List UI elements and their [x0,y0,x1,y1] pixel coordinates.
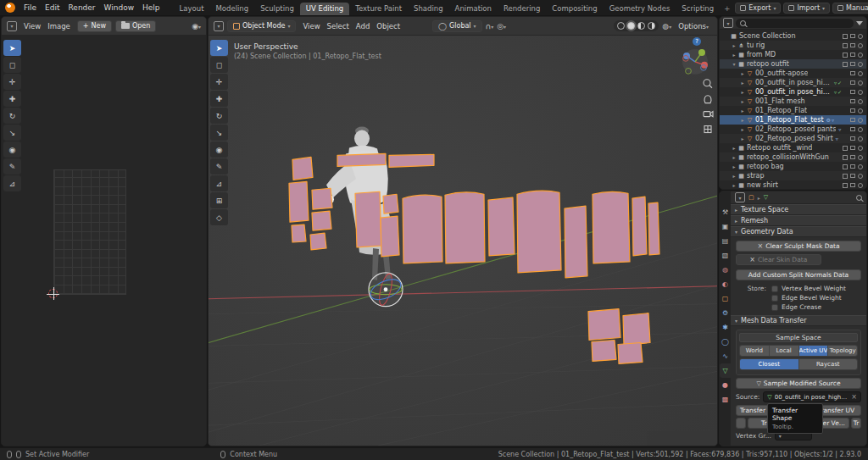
menu-item[interactable]: Image [44,22,74,30]
outliner-search-input[interactable] [736,19,854,28]
disclosure-arrow-icon[interactable]: ▸ [739,108,746,114]
render-visibility-icon[interactable] [858,136,863,141]
workspace-tab[interactable]: UV Editing [300,3,349,15]
workspace-tab[interactable]: Sculpting [254,3,300,15]
segment-option[interactable]: Local [770,346,799,356]
tool-button[interactable]: ↻ [210,108,228,124]
properties-tab[interactable]: ∿ [720,349,731,363]
store-option[interactable]: Vertex Bevel Weight [771,284,861,293]
uv-editor-canvas[interactable]: ➤◻✛✚↻↘◉✎⊿ [2,36,206,446]
new-image-button[interactable]: New [77,20,112,32]
viewport-visibility-icon[interactable] [850,146,855,150]
render-visibility-icon[interactable] [858,183,863,188]
viewport-canvas[interactable]: ? [209,36,717,446]
tool-button[interactable]: ↻ [3,108,21,124]
tool-button[interactable]: ⊿ [3,175,21,191]
tool-button[interactable]: ◻ [210,57,228,73]
render-visibility-icon[interactable] [858,146,863,151]
viewport-visibility-icon[interactable] [850,71,855,75]
navigation-gizmo[interactable] [682,49,708,75]
menu-item[interactable]: Select [324,22,353,30]
disclosure-arrow-icon[interactable]: ▾ [731,61,737,67]
selectable-checkbox-icon[interactable] [843,53,848,58]
viewport-visibility-icon[interactable] [850,183,855,187]
menu-item[interactable]: Edit [41,0,64,15]
tool-button[interactable]: ◉ [3,141,21,158]
viewport-visibility-icon[interactable] [850,53,855,57]
topbar-action-button[interactable]: Import [783,3,830,14]
add-custom-split-normals-button[interactable]: Add Custom Split Normals Data [736,269,861,280]
disclosure-arrow-icon[interactable]: ▸ [731,52,737,58]
viewport-visibility-icon[interactable] [850,108,855,113]
menu-item[interactable]: View [20,22,44,30]
outliner-row[interactable]: ▸ ▽ 01_Retopo_Flat [720,106,866,115]
sample-modified-source-button[interactable]: Sample Modified Source [736,378,861,389]
options-menu[interactable]: Options [675,22,712,30]
workspace-tab[interactable]: Shading [408,3,449,15]
workspace-tab[interactable]: Scripting [676,3,720,15]
source-dropdown[interactable]: 00_outfit_in pose_highpd2 [763,391,861,402]
viewport-visibility-icon[interactable] [850,118,855,122]
disclosure-arrow-icon[interactable]: ▸ [731,42,737,48]
editor-type-icon[interactable] [723,18,733,28]
workspace-tab[interactable]: Animation [449,3,498,15]
workspace-tab[interactable]: Rendering [498,3,546,15]
workspace-tab[interactable]: + [720,3,734,15]
properties-tab[interactable]: ▣ [720,219,731,234]
outliner-row[interactable]: ▸ ▦ retopo_collisionWithGun [720,152,866,162]
disclosure-arrow-icon[interactable]: ▸ [739,98,746,104]
proportional-editing-icon[interactable]: ◎ [497,22,506,30]
viewport-visibility-icon[interactable] [850,136,855,141]
editor-type-icon[interactable] [7,21,17,31]
tool-button[interactable]: ◇ [210,209,228,225]
panel-geometry-data[interactable]: Geometry Data [731,226,866,237]
disclosure-arrow-icon[interactable]: ▸ [731,182,737,188]
panel-remesh[interactable]: Remesh [731,215,866,226]
outliner-row[interactable]: ▸ ▽ 02_Retopo_posed Shirt ▿ [720,134,866,143]
properties-tab[interactable]: ▧ [720,248,731,263]
blender-logo-icon[interactable] [5,3,15,13]
properties-tab[interactable]: ▽ [720,363,731,378]
store-option[interactable]: Edge Crease [771,302,861,312]
properties-tab[interactable]: ⚙ [720,306,731,320]
workspace-tab[interactable]: Layout [174,3,210,15]
viewport-visibility-icon[interactable] [850,155,855,159]
solid-shading-icon[interactable] [627,22,635,30]
selectable-checkbox-icon[interactable] [843,146,848,151]
viewport-visibility-icon[interactable] [850,80,855,85]
properties-tab[interactable]: ▢ [720,291,731,306]
viewport-visibility-icon[interactable] [850,62,855,66]
viewport-visibility-icon[interactable] [850,43,855,47]
filter-icon[interactable] [856,21,863,25]
properties-tab[interactable]: ⚒ [720,205,731,219]
selectable-checkbox-icon[interactable] [843,155,848,160]
render-visibility-icon[interactable] [858,53,863,58]
topbar-action-button[interactable]: Manual [832,3,868,14]
outliner-row[interactable]: ▸ ⋔ tu rig [720,41,866,50]
render-visibility-icon[interactable] [858,99,863,104]
wireframe-shading-icon[interactable] [617,22,625,30]
selectable-checkbox-icon[interactable] [843,62,848,67]
tool-button[interactable]: ↘ [3,125,21,141]
menu-item[interactable]: Object [373,22,403,30]
properties-tab[interactable]: ◐ [720,277,731,291]
panel-mesh-data-transfer[interactable]: Mesh Data Transfer [731,315,866,326]
outliner-row[interactable]: ▸ ▽ 00_outfit_in pose_highpd ▿✓ [720,78,866,87]
selectable-checkbox-icon[interactable] [843,164,848,169]
outliner-row[interactable]: ▸ ▦ strap [720,171,866,180]
disclosure-arrow-icon[interactable]: ▸ [739,80,746,86]
render-visibility-icon[interactable] [858,62,863,67]
render-visibility-icon[interactable] [858,80,863,86]
properties-tab[interactable]: ▩ [720,392,731,407]
checkbox-icon[interactable] [771,304,778,311]
viewport-visibility-icon[interactable] [850,34,855,38]
topbar-action-button[interactable]: Export [735,3,781,14]
tool-button[interactable]: ⊞ [210,192,228,208]
search-icon[interactable] [856,195,862,201]
render-visibility-icon[interactable] [858,174,863,179]
rotate-gizmo[interactable] [368,273,404,307]
viewport-visibility-icon[interactable] [850,90,855,94]
checkbox-icon[interactable] [771,285,778,292]
outliner-row[interactable]: ▸ ▦ new shirt [720,180,866,190]
open-image-button[interactable]: Open [115,20,156,32]
